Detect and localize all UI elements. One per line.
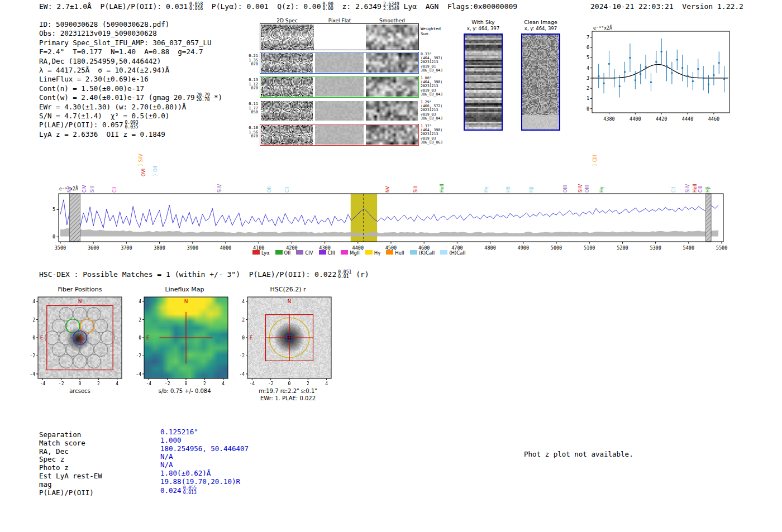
text-segment: LyA z = 2.6336 OII z = 0.1849 xyxy=(39,130,165,138)
text-segment: Primary Spec_Slot_IFU_AMP: 306_037_057_L… xyxy=(39,39,212,47)
spectral-line-label: CII xyxy=(112,187,117,193)
stacked-uncertainty: 0.0930.035 xyxy=(125,121,139,130)
legend-swatch xyxy=(319,250,326,255)
legend-label: (H)CaII xyxy=(449,250,465,256)
legend-item: HeII xyxy=(386,250,404,256)
legend-label: MgII xyxy=(350,250,360,256)
spec2d-row-pixelflat-strip xyxy=(315,77,364,97)
text-segment: N/A xyxy=(160,452,173,461)
legend-label: CIII xyxy=(328,250,335,256)
text-segment: 0.024 xyxy=(160,486,182,495)
col-header-2d-spec: 2D Spec xyxy=(261,18,313,23)
header-datetime-version: 2024-10-21 22:03:21 Version 1.22.2 xyxy=(590,2,743,11)
legend-item: Lyα xyxy=(252,250,270,256)
spec2d-row-smoothed-strip xyxy=(366,53,418,73)
legend-item: MgII xyxy=(341,250,360,256)
info-line: LineFlux = 2.30(±0.69)e-16 xyxy=(39,75,222,84)
stacked-uncertainty: 20.7920.78 xyxy=(196,93,209,102)
info-line: LyA z = 2.6336 OII z = 0.1849 xyxy=(39,130,222,139)
spec2d-row-pixelflat-strip xyxy=(315,125,364,145)
spectral-line-label: SiIV xyxy=(217,184,222,193)
svg-text:7: 7 xyxy=(586,35,589,40)
clean-image-title: Clean Image xyxy=(518,19,563,25)
info-line: EWr = 4.30(±1.30) (w: 2.70(±0.80))Å xyxy=(39,103,222,112)
hsc-match-line: HSC-DEX : Possible Matches = 1 (within +… xyxy=(39,270,369,279)
spectral-line-label: Hβ xyxy=(529,186,534,193)
spectral-line-label: OIII xyxy=(585,185,590,193)
svg-text:4420: 4420 xyxy=(656,116,667,122)
spectral-line-label: HeII xyxy=(693,184,698,193)
stacked-uncertainty: 0.0550.013 xyxy=(183,486,197,495)
text-segment: z: 2.6349 xyxy=(333,2,382,11)
spec2d-row-2d-strip xyxy=(261,77,313,97)
text-segment: EWr = 4.30(±1.30) (w: 2.70(±0.80))Å xyxy=(39,103,186,111)
svg-text:1: 1 xyxy=(586,95,589,101)
stacked-uncertainty: 0.000.00 xyxy=(323,2,333,11)
svg-text:4380: 4380 xyxy=(603,116,614,122)
stacked-uncertainty: 0.0510.01 xyxy=(338,270,351,279)
svg-text:6: 6 xyxy=(586,45,589,50)
weighted-sum-label: Weighted Sum xyxy=(421,27,441,36)
spec2d-row-weights: 0.10 1.56 070 xyxy=(244,126,258,139)
stacked-uncertainty: 0.0580.016 xyxy=(189,2,203,11)
legend-label: OII xyxy=(284,250,291,256)
spectral-line-label: NV xyxy=(385,186,390,193)
text-segment: 1.80(±0.62)Å xyxy=(160,469,211,477)
spectral-line-label: OIII xyxy=(563,185,568,193)
spectral-line-label: CIII xyxy=(698,185,703,193)
legend-swatch xyxy=(296,250,303,255)
text-segment: 19.88(19.70,20.10)R xyxy=(160,477,240,486)
info-line: Cont(w) = 2.40(±0.01)e-17 (gmag 20.7920.… xyxy=(39,93,222,102)
legend-item: CIV xyxy=(296,250,313,256)
spectral-line-label: } SiIV xyxy=(139,154,144,166)
spec2d-row-fiber-info: 0.33" (464, 397) 20231213 v019_01 306_LU… xyxy=(421,52,442,73)
spec2d-row-pixelflat-strip xyxy=(315,101,364,121)
match-row-value: N/A xyxy=(160,453,249,461)
info-line: F=2.4" T=0.177 N=1.40 A=0.88 g=24.7 xyxy=(39,47,222,56)
match-row-label: Spec z xyxy=(39,456,102,464)
svg-text:4000: 4000 xyxy=(220,245,231,251)
match-row-value: 180.254956, 50.446407 xyxy=(160,445,249,453)
text-segment: EW: 2.7±1.0Å P(LAE)/P(OII): 0.031 xyxy=(39,2,188,11)
spec2d-row-smoothed-strip xyxy=(366,125,418,145)
clean-image-coords: x, y: 464, 397 xyxy=(518,26,563,31)
spectral-line-label: CIV xyxy=(82,185,87,193)
svg-text:4460: 4460 xyxy=(708,116,719,122)
zoom-spectrum-plot: 4380440044204440446001234567e⁻¹⁷x2Å xyxy=(570,23,733,130)
legend-swatch xyxy=(341,250,348,255)
hsc-caption-2: EWr: 1. PLAE: 0.022 xyxy=(239,395,337,401)
match-row-label: Photo z xyxy=(39,464,102,472)
match-row-label: Match score xyxy=(39,439,102,448)
spectral-line-label: SiIV xyxy=(685,184,690,193)
spec2d-row-weights: 0.21 1.35 070 xyxy=(244,54,258,67)
text-segment: 1.000 xyxy=(160,436,182,444)
spectral-line-label: } OII xyxy=(153,166,158,176)
col-header-smoothed: Smoothed xyxy=(366,18,418,23)
spec2d-row-fiber-info: 1.08" (464, 398) 20231213 v019_03 306_LU… xyxy=(421,76,442,97)
info-line: S/N = 4.7(±1.4) χ² = 0.5(±0.0) xyxy=(39,112,222,121)
text-segment: Obs: 20231213v019_5090030628 xyxy=(39,29,157,37)
spectral-line-label: CII xyxy=(671,187,676,193)
svg-text:5100: 5100 xyxy=(584,245,595,251)
spectral-line-label: SiII xyxy=(90,186,95,193)
with-sky-image xyxy=(465,35,502,130)
legend-label: CIV xyxy=(305,250,313,256)
svg-text:3500: 3500 xyxy=(55,245,66,251)
svg-text:3600: 3600 xyxy=(88,245,99,251)
text-segment: HSC-DEX : Possible Matches = 1 (within +… xyxy=(39,270,336,279)
legend-swatch xyxy=(386,250,393,255)
match-row-value: 0.125216" xyxy=(160,428,249,437)
spectrum-legend: LyαOIICIVCIIIMgIIHγHeII(K)CaII(H)CaII xyxy=(252,250,465,256)
svg-text:0: 0 xyxy=(586,106,589,112)
spectral-line-label: Hδ xyxy=(506,186,511,193)
svg-text:3900: 3900 xyxy=(187,245,198,251)
match-row-value: 1.000 xyxy=(160,437,249,445)
spectral-line-label: OII xyxy=(267,186,272,193)
col-header-pixel-flat: Pixel Flat xyxy=(316,18,364,23)
svg-text:2: 2 xyxy=(586,85,589,91)
spectral-line-label: Hγ xyxy=(599,186,604,193)
text-segment: *) xyxy=(210,93,223,102)
hsc-cutout-title: HSC(26.2) r xyxy=(247,286,328,293)
lineflux-map-plot xyxy=(130,294,232,389)
legend-swatch xyxy=(365,250,373,255)
